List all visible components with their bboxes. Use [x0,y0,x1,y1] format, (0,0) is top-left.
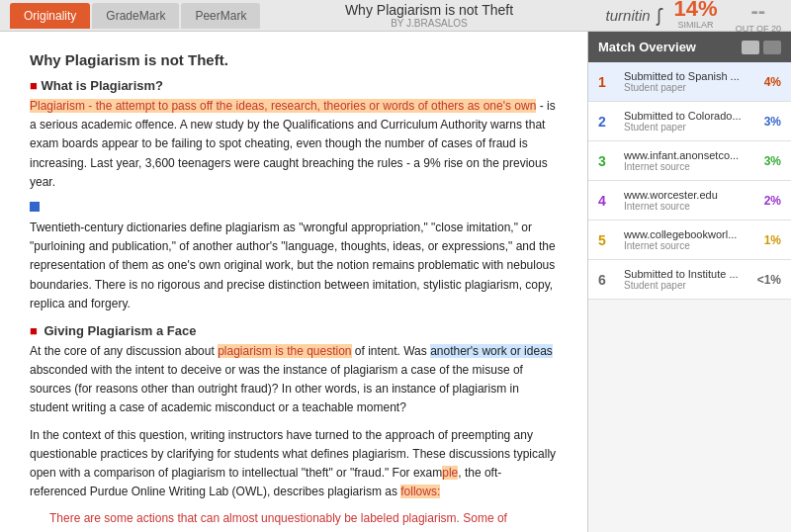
document-author: BY J.BRASALOS [262,18,595,29]
match-source-1: Submitted to Spanish ... [624,70,752,82]
match-item-2[interactable]: 2 Submitted to Colorado... Student paper… [588,102,791,141]
match-marker-1: ■ [30,78,38,93]
tab-peermark[interactable]: PeerMark [181,3,260,29]
topbar: Originality GradeMark PeerMark Why Plagi… [0,0,791,32]
right-panel: Match Overview 1 Submitted to Spanish ..… [588,32,791,532]
match-source-5: www.collegebookworl... [624,228,752,240]
similarity-label: SIMILAR [674,20,718,30]
main-layout: Why Plagiarism is not Theft. ■ What is P… [0,32,791,532]
match-overview-header: Match Overview [588,32,791,62]
paper-title: Why Plagiarism is not Theft. [30,51,558,68]
match-number-4: 4 [598,193,618,209]
section-heading-1: ■ What is Plagiarism? [30,78,558,93]
section-heading-2: ■ Giving Plagiarism a Face [30,323,558,338]
match-percent-4: 2% [764,194,781,208]
match-item-3[interactable]: 3 www.infant.anonsetco... Internet sourc… [588,141,791,181]
match-type-6: Student paper [624,280,757,291]
match-number-5: 5 [598,232,618,248]
match-overview-title: Match Overview [598,40,696,54]
match-source-4: www.worcester.edu [624,189,752,201]
match-source-6: Submitted to Institute ... [624,268,752,280]
match-number-3: 3 [598,153,618,169]
match-type-4: Internet source [624,201,764,212]
turnitin-icon: ʃ [657,5,662,27]
match-source-3: www.infant.anonsetco... [624,149,752,161]
blockquote: There are some actions that can almost u… [49,509,538,532]
list-view-icon[interactable] [742,41,759,54]
similarity-percent: 14% [674,0,718,20]
highlighted-follows: follows: [400,485,440,498]
match-item-4[interactable]: 4 www.worcester.edu Internet source 2% [588,181,791,221]
match-item-6[interactable]: 6 Submitted to Institute ... Student pap… [588,260,791,300]
match-item-1[interactable]: 1 Submitted to Spanish ... Student paper… [588,62,791,102]
match-item-5[interactable]: 5 www.collegebookworl... Internet source… [588,221,791,260]
grid-view-icon[interactable] [763,41,781,54]
paragraph-1: Plagiarism - the attempt to pass off the… [30,97,558,192]
highlighted-example: ple [442,466,458,480]
tab-grademarks[interactable]: GradeMark [92,3,179,29]
highlighted-plagiarism: plagiarism is the question [218,344,351,358]
match-type-1: Student paper [624,82,764,93]
match-percent-5: 1% [764,233,781,247]
match-list: 1 Submitted to Spanish ... Student paper… [588,62,791,532]
match-percent-6: <1% [757,273,781,287]
match-percent-1: 4% [764,75,781,89]
match-type-2: Student paper [624,122,764,133]
paragraph-3: At the core of any discussion about plag… [30,342,558,418]
paragraph-2: Twentieth-century dictionaries define pl… [30,219,558,313]
outof-value: -- [736,0,781,24]
tab-originality[interactable]: Originality [10,3,90,29]
match-type-3: Internet source [624,161,764,172]
highlighted-text-1: Plagiarism - the attempt to pass off the… [30,99,536,113]
document-title: Why Plagiarism is not Theft [262,2,595,18]
match-percent-3: 3% [764,154,781,168]
match-type-5: Internet source [624,240,764,251]
match-marker-2 [30,202,40,212]
match-number-2: 2 [598,114,618,130]
paragraph-4: In the context of this question, writing… [30,426,558,502]
match-percent-2: 3% [764,115,781,129]
document-panel[interactable]: Why Plagiarism is not Theft. ■ What is P… [0,32,588,532]
match-source-2: Submitted to Colorado... [624,110,752,122]
match-number-6: 6 [598,272,618,288]
match-number-1: 1 [598,74,618,90]
match-marker-3: ■ [30,323,38,338]
turnitin-label: turnitin [606,7,651,24]
highlighted-another: another's work or ideas [430,344,553,358]
